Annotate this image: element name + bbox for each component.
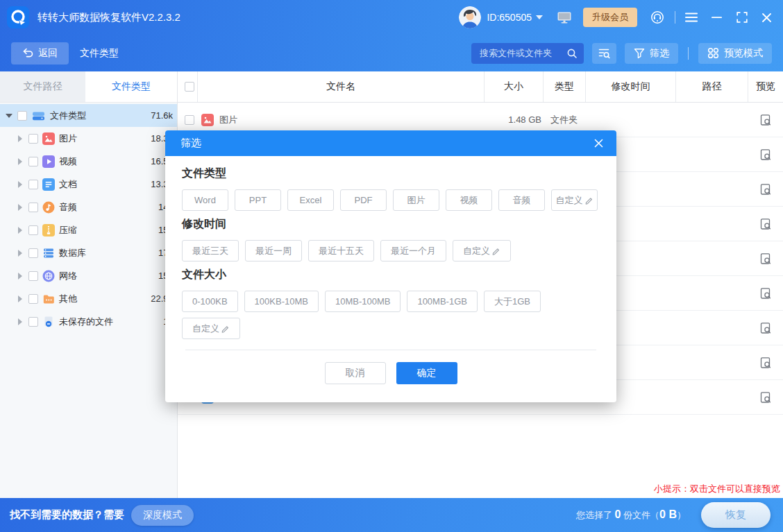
filter-option-button[interactable]: 图片	[393, 189, 439, 211]
preview-button[interactable]	[759, 391, 772, 404]
tree-checkbox[interactable]	[28, 225, 38, 235]
dialog-close-button[interactable]	[592, 137, 605, 150]
sidebar-tab-file-type[interactable]: 文件类型	[85, 71, 177, 102]
caret-down-icon[interactable]	[536, 15, 543, 19]
preview-button[interactable]	[759, 287, 772, 300]
filter-option-button[interactable]: Excel	[287, 189, 334, 211]
tree-item[interactable]: 文件类型71.6k	[0, 104, 177, 127]
expander-right-icon[interactable]	[15, 273, 25, 280]
filter-option-button[interactable]: 100KB-10MB	[244, 291, 319, 312]
preview-button[interactable]	[759, 148, 772, 161]
expander-right-icon[interactable]	[15, 181, 25, 188]
deep-mode-button[interactable]: 深度模式	[131, 505, 194, 526]
filter-option-label: 视频	[460, 194, 478, 207]
expander-right-icon[interactable]	[15, 295, 25, 302]
filter-option-button[interactable]: 自定义	[182, 318, 240, 339]
filter-option-button[interactable]: 最近十五天	[308, 240, 374, 261]
db-icon	[42, 247, 55, 259]
tree-item[interactable]: 未保存的文件1k	[0, 310, 177, 333]
expander-down-icon[interactable]	[4, 114, 14, 118]
tree-item[interactable]: 压缩15k	[0, 218, 177, 241]
cancel-button[interactable]: 取消	[325, 362, 386, 384]
filter-option-label: 最近十五天	[319, 245, 364, 257]
filter-option-button[interactable]: 最近一个月	[380, 240, 446, 261]
search-box	[471, 43, 584, 64]
tree-item[interactable]: 图片18.3k	[0, 127, 177, 150]
tree-checkbox[interactable]	[28, 317, 38, 327]
expander-right-icon[interactable]	[15, 204, 25, 211]
preview-cell	[748, 311, 783, 345]
filter-option-button[interactable]: 大于1GB	[484, 291, 541, 312]
filter-option-button[interactable]: 100MB-1GB	[407, 291, 478, 312]
recover-button[interactable]: 恢复	[701, 502, 771, 528]
tree-checkbox[interactable]	[28, 157, 38, 166]
filter-option-label: 自定义	[556, 194, 583, 207]
filter-option-button[interactable]: Word	[182, 189, 228, 211]
tree-checkbox[interactable]	[28, 203, 38, 212]
path-cell	[675, 103, 748, 137]
expander-right-icon[interactable]	[15, 158, 25, 165]
tree-item[interactable]: 数据库17k	[0, 241, 177, 264]
preview-mode-button[interactable]: 预览模式	[698, 43, 772, 64]
filter-option-button[interactable]: 0-100KB	[182, 291, 238, 312]
filter-button[interactable]: 筛选	[625, 43, 678, 64]
maximize-icon[interactable]	[736, 12, 748, 23]
column-header: 路径	[675, 71, 748, 102]
upgrade-member-button[interactable]: 升级会员	[583, 8, 637, 27]
filter-option-button[interactable]: 自定义	[453, 240, 511, 261]
tree-checkbox[interactable]	[28, 248, 38, 258]
list-search-button[interactable]	[592, 43, 616, 64]
search-icon[interactable]	[566, 48, 578, 59]
close-icon[interactable]	[761, 12, 772, 23]
filter-option-button[interactable]: 最近三天	[182, 240, 239, 261]
preview-cell	[748, 241, 783, 275]
back-button[interactable]: 返回	[11, 42, 69, 65]
tree-checkbox[interactable]	[17, 111, 27, 121]
preview-button[interactable]	[759, 252, 772, 265]
filter-option-button[interactable]: 音频	[498, 189, 545, 211]
filter-option-button[interactable]: 自定义	[551, 189, 598, 211]
headset-icon[interactable]	[650, 10, 665, 25]
filter-option-button[interactable]: 10MB-100MB	[325, 291, 401, 312]
minimize-icon[interactable]	[712, 12, 723, 23]
tree-item-label: 音频	[59, 201, 77, 214]
confirm-button[interactable]: 确定	[396, 362, 457, 384]
expander-right-icon[interactable]	[15, 250, 25, 257]
unsaved-icon	[42, 316, 55, 328]
preview-button[interactable]	[759, 322, 772, 334]
monitor-icon[interactable]	[557, 10, 572, 24]
menu-icon[interactable]	[685, 12, 698, 23]
filter-option-label: 音频	[513, 194, 531, 207]
tree-item-count: 71.6k	[151, 110, 173, 121]
tree-item[interactable]: 其他22.9k	[0, 287, 177, 310]
user-id[interactable]: ID:650505	[487, 12, 532, 23]
avatar[interactable]	[459, 6, 481, 28]
row-checkbox[interactable]	[185, 115, 194, 125]
preview-button[interactable]	[759, 114, 772, 126]
tree-checkbox[interactable]	[28, 180, 38, 189]
expander-right-icon[interactable]	[15, 135, 25, 142]
preview-button[interactable]	[759, 357, 772, 369]
preview-button[interactable]	[759, 218, 772, 230]
expander-right-icon[interactable]	[15, 227, 25, 234]
filter-option-button[interactable]: PPT	[235, 189, 281, 211]
expander-right-icon[interactable]	[15, 318, 25, 325]
tree-item[interactable]: 视频16.5k	[0, 150, 177, 173]
tree-checkbox[interactable]	[28, 294, 38, 304]
tree-item[interactable]: 音频14k	[0, 196, 177, 218]
drive-icon	[31, 109, 46, 123]
tree-checkbox[interactable]	[28, 271, 38, 281]
filter-option-label: Excel	[300, 195, 322, 205]
tree-checkbox[interactable]	[28, 134, 38, 144]
select-all-checkbox[interactable]	[185, 82, 194, 92]
filter-option-button[interactable]: PDF	[340, 189, 387, 211]
preview-button[interactable]	[759, 183, 772, 196]
tree-item[interactable]: 文档13.3k	[0, 173, 177, 196]
filter-option-label: 100MB-1GB	[417, 296, 467, 307]
filter-option-button[interactable]: 视频	[446, 189, 492, 211]
sidebar-tab-file-path[interactable]: 文件路径	[0, 71, 85, 102]
preview-cell	[748, 137, 783, 171]
filter-option-label: 10MB-100MB	[335, 296, 390, 307]
filter-option-button[interactable]: 最近一周	[245, 240, 302, 261]
tree-item[interactable]: 网络15k	[0, 264, 177, 287]
